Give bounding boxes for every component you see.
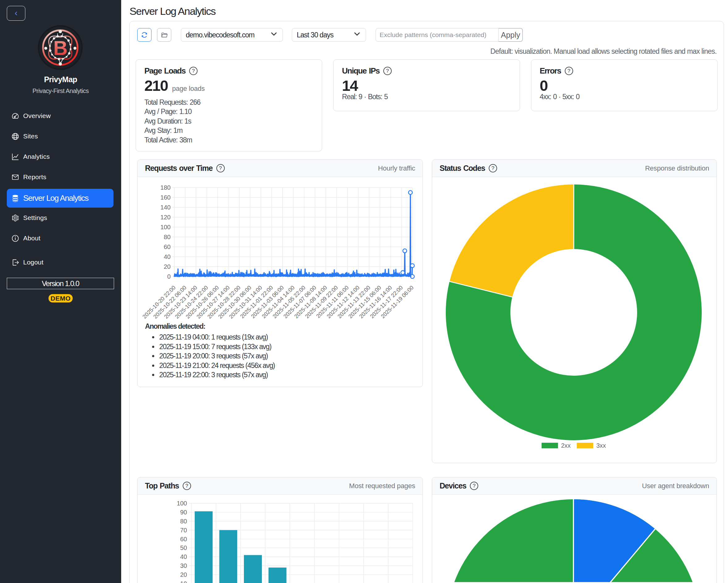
svg-text:80: 80	[180, 518, 187, 525]
svg-text:100: 100	[177, 500, 187, 507]
svg-text:30: 30	[180, 562, 187, 569]
svg-text:B: B	[53, 37, 68, 59]
svg-text:60: 60	[180, 536, 187, 543]
svg-text:60: 60	[164, 244, 171, 250]
svg-text:160: 160	[160, 194, 171, 201]
svg-text:2xx: 2xx	[561, 442, 571, 449]
svg-text:10: 10	[180, 580, 187, 583]
svg-text:140: 140	[160, 204, 171, 211]
svg-text:40: 40	[164, 253, 171, 260]
svg-text:20: 20	[164, 263, 171, 270]
svg-text:70: 70	[180, 527, 187, 533]
svg-text:80: 80	[164, 233, 171, 240]
svg-text:0: 0	[167, 273, 171, 280]
svg-text:120: 120	[160, 214, 171, 221]
svg-text:90: 90	[180, 509, 187, 516]
svg-text:50: 50	[180, 545, 187, 551]
svg-text:40: 40	[180, 553, 187, 560]
svg-text:3xx: 3xx	[596, 442, 606, 449]
svg-text:180: 180	[160, 184, 171, 191]
svg-text:20: 20	[180, 571, 187, 578]
svg-text:100: 100	[160, 224, 171, 230]
